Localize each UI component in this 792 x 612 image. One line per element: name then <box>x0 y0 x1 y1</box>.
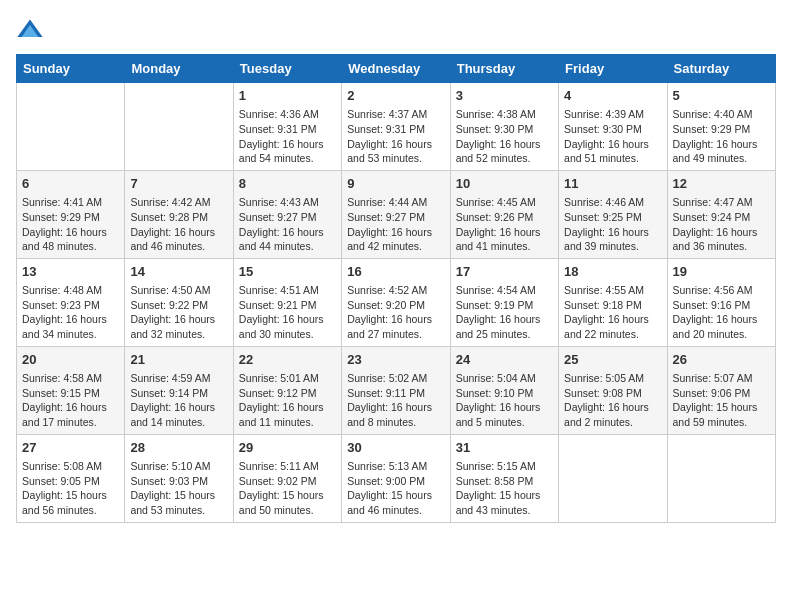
calendar-cell: 24Sunrise: 5:04 AM Sunset: 9:10 PM Dayli… <box>450 346 558 434</box>
day-info: Sunrise: 4:45 AM Sunset: 9:26 PM Dayligh… <box>456 195 553 254</box>
calendar-cell: 31Sunrise: 5:15 AM Sunset: 8:58 PM Dayli… <box>450 434 558 522</box>
calendar-cell <box>125 83 233 171</box>
day-number: 15 <box>239 263 336 281</box>
day-info: Sunrise: 4:40 AM Sunset: 9:29 PM Dayligh… <box>673 107 770 166</box>
calendar-cell: 28Sunrise: 5:10 AM Sunset: 9:03 PM Dayli… <box>125 434 233 522</box>
calendar-week-5: 27Sunrise: 5:08 AM Sunset: 9:05 PM Dayli… <box>17 434 776 522</box>
calendar-cell: 22Sunrise: 5:01 AM Sunset: 9:12 PM Dayli… <box>233 346 341 434</box>
calendar-cell: 9Sunrise: 4:44 AM Sunset: 9:27 PM Daylig… <box>342 170 450 258</box>
calendar-cell: 20Sunrise: 4:58 AM Sunset: 9:15 PM Dayli… <box>17 346 125 434</box>
calendar-week-1: 1Sunrise: 4:36 AM Sunset: 9:31 PM Daylig… <box>17 83 776 171</box>
calendar-cell: 25Sunrise: 5:05 AM Sunset: 9:08 PM Dayli… <box>559 346 667 434</box>
calendar-cell <box>559 434 667 522</box>
calendar-cell: 5Sunrise: 4:40 AM Sunset: 9:29 PM Daylig… <box>667 83 775 171</box>
day-header-friday: Friday <box>559 55 667 83</box>
day-number: 21 <box>130 351 227 369</box>
day-info: Sunrise: 5:02 AM Sunset: 9:11 PM Dayligh… <box>347 371 444 430</box>
day-info: Sunrise: 4:36 AM Sunset: 9:31 PM Dayligh… <box>239 107 336 166</box>
day-number: 19 <box>673 263 770 281</box>
day-number: 22 <box>239 351 336 369</box>
day-info: Sunrise: 4:37 AM Sunset: 9:31 PM Dayligh… <box>347 107 444 166</box>
calendar-cell: 14Sunrise: 4:50 AM Sunset: 9:22 PM Dayli… <box>125 258 233 346</box>
calendar-cell: 29Sunrise: 5:11 AM Sunset: 9:02 PM Dayli… <box>233 434 341 522</box>
day-number: 28 <box>130 439 227 457</box>
day-number: 29 <box>239 439 336 457</box>
day-number: 18 <box>564 263 661 281</box>
calendar-cell: 17Sunrise: 4:54 AM Sunset: 9:19 PM Dayli… <box>450 258 558 346</box>
day-info: Sunrise: 4:54 AM Sunset: 9:19 PM Dayligh… <box>456 283 553 342</box>
day-number: 7 <box>130 175 227 193</box>
day-number: 9 <box>347 175 444 193</box>
day-info: Sunrise: 4:52 AM Sunset: 9:20 PM Dayligh… <box>347 283 444 342</box>
day-info: Sunrise: 4:41 AM Sunset: 9:29 PM Dayligh… <box>22 195 119 254</box>
day-number: 10 <box>456 175 553 193</box>
day-header-monday: Monday <box>125 55 233 83</box>
day-info: Sunrise: 5:04 AM Sunset: 9:10 PM Dayligh… <box>456 371 553 430</box>
day-number: 2 <box>347 87 444 105</box>
calendar-cell: 26Sunrise: 5:07 AM Sunset: 9:06 PM Dayli… <box>667 346 775 434</box>
calendar-cell: 18Sunrise: 4:55 AM Sunset: 9:18 PM Dayli… <box>559 258 667 346</box>
day-number: 20 <box>22 351 119 369</box>
calendar-cell: 10Sunrise: 4:45 AM Sunset: 9:26 PM Dayli… <box>450 170 558 258</box>
calendar-cell: 12Sunrise: 4:47 AM Sunset: 9:24 PM Dayli… <box>667 170 775 258</box>
day-info: Sunrise: 4:58 AM Sunset: 9:15 PM Dayligh… <box>22 371 119 430</box>
day-info: Sunrise: 4:47 AM Sunset: 9:24 PM Dayligh… <box>673 195 770 254</box>
day-info: Sunrise: 4:51 AM Sunset: 9:21 PM Dayligh… <box>239 283 336 342</box>
calendar-cell: 19Sunrise: 4:56 AM Sunset: 9:16 PM Dayli… <box>667 258 775 346</box>
calendar-cell: 11Sunrise: 4:46 AM Sunset: 9:25 PM Dayli… <box>559 170 667 258</box>
day-info: Sunrise: 5:01 AM Sunset: 9:12 PM Dayligh… <box>239 371 336 430</box>
calendar-cell: 16Sunrise: 4:52 AM Sunset: 9:20 PM Dayli… <box>342 258 450 346</box>
day-number: 30 <box>347 439 444 457</box>
day-header-saturday: Saturday <box>667 55 775 83</box>
day-info: Sunrise: 5:05 AM Sunset: 9:08 PM Dayligh… <box>564 371 661 430</box>
day-info: Sunrise: 5:07 AM Sunset: 9:06 PM Dayligh… <box>673 371 770 430</box>
day-number: 5 <box>673 87 770 105</box>
day-header-tuesday: Tuesday <box>233 55 341 83</box>
calendar-cell: 6Sunrise: 4:41 AM Sunset: 9:29 PM Daylig… <box>17 170 125 258</box>
day-info: Sunrise: 4:50 AM Sunset: 9:22 PM Dayligh… <box>130 283 227 342</box>
calendar-week-2: 6Sunrise: 4:41 AM Sunset: 9:29 PM Daylig… <box>17 170 776 258</box>
day-info: Sunrise: 4:44 AM Sunset: 9:27 PM Dayligh… <box>347 195 444 254</box>
day-number: 27 <box>22 439 119 457</box>
day-number: 3 <box>456 87 553 105</box>
day-info: Sunrise: 4:46 AM Sunset: 9:25 PM Dayligh… <box>564 195 661 254</box>
day-header-wednesday: Wednesday <box>342 55 450 83</box>
day-number: 8 <box>239 175 336 193</box>
day-info: Sunrise: 4:59 AM Sunset: 9:14 PM Dayligh… <box>130 371 227 430</box>
day-info: Sunrise: 4:38 AM Sunset: 9:30 PM Dayligh… <box>456 107 553 166</box>
calendar-week-4: 20Sunrise: 4:58 AM Sunset: 9:15 PM Dayli… <box>17 346 776 434</box>
day-number: 16 <box>347 263 444 281</box>
calendar-cell: 30Sunrise: 5:13 AM Sunset: 9:00 PM Dayli… <box>342 434 450 522</box>
logo <box>16 16 48 44</box>
day-number: 1 <box>239 87 336 105</box>
day-number: 6 <box>22 175 119 193</box>
calendar-table: SundayMondayTuesdayWednesdayThursdayFrid… <box>16 54 776 523</box>
calendar-cell: 21Sunrise: 4:59 AM Sunset: 9:14 PM Dayli… <box>125 346 233 434</box>
calendar-week-3: 13Sunrise: 4:48 AM Sunset: 9:23 PM Dayli… <box>17 258 776 346</box>
logo-icon <box>16 16 44 44</box>
calendar-cell <box>667 434 775 522</box>
day-number: 14 <box>130 263 227 281</box>
calendar-cell: 1Sunrise: 4:36 AM Sunset: 9:31 PM Daylig… <box>233 83 341 171</box>
day-info: Sunrise: 5:13 AM Sunset: 9:00 PM Dayligh… <box>347 459 444 518</box>
day-info: Sunrise: 5:15 AM Sunset: 8:58 PM Dayligh… <box>456 459 553 518</box>
calendar-header-row: SundayMondayTuesdayWednesdayThursdayFrid… <box>17 55 776 83</box>
calendar-cell: 27Sunrise: 5:08 AM Sunset: 9:05 PM Dayli… <box>17 434 125 522</box>
day-info: Sunrise: 4:39 AM Sunset: 9:30 PM Dayligh… <box>564 107 661 166</box>
day-number: 12 <box>673 175 770 193</box>
day-info: Sunrise: 4:42 AM Sunset: 9:28 PM Dayligh… <box>130 195 227 254</box>
calendar-cell: 15Sunrise: 4:51 AM Sunset: 9:21 PM Dayli… <box>233 258 341 346</box>
calendar-cell <box>17 83 125 171</box>
calendar-cell: 23Sunrise: 5:02 AM Sunset: 9:11 PM Dayli… <box>342 346 450 434</box>
day-number: 26 <box>673 351 770 369</box>
day-number: 23 <box>347 351 444 369</box>
day-number: 17 <box>456 263 553 281</box>
calendar-cell: 13Sunrise: 4:48 AM Sunset: 9:23 PM Dayli… <box>17 258 125 346</box>
calendar-cell: 8Sunrise: 4:43 AM Sunset: 9:27 PM Daylig… <box>233 170 341 258</box>
day-header-thursday: Thursday <box>450 55 558 83</box>
day-info: Sunrise: 5:10 AM Sunset: 9:03 PM Dayligh… <box>130 459 227 518</box>
day-number: 11 <box>564 175 661 193</box>
calendar-cell: 7Sunrise: 4:42 AM Sunset: 9:28 PM Daylig… <box>125 170 233 258</box>
day-number: 13 <box>22 263 119 281</box>
calendar-cell: 4Sunrise: 4:39 AM Sunset: 9:30 PM Daylig… <box>559 83 667 171</box>
